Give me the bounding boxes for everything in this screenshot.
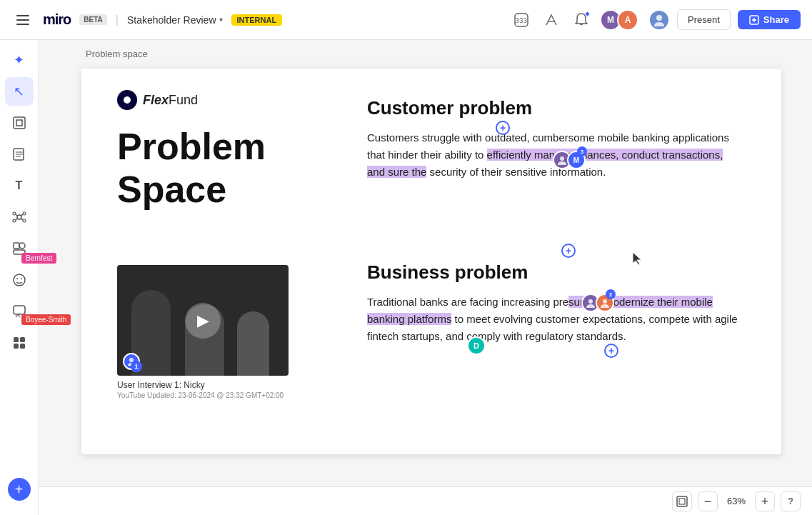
svg-rect-7: [14, 117, 25, 129]
board-name[interactable]: Stakeholder Review ▾: [127, 14, 223, 26]
svg-point-31: [560, 156, 564, 161]
video-card: ▶ 1 User Interview 1: Nicky YouTube Upda…: [117, 265, 289, 399]
sidebar-item-mindmap[interactable]: [5, 203, 34, 231]
svg-line-18: [21, 219, 23, 220]
svg-line-17: [16, 219, 17, 220]
video-badge-count: 1: [131, 361, 142, 372]
svg-rect-26: [14, 337, 19, 342]
svg-line-16: [21, 214, 23, 216]
collaborator-avatar-orange: 2: [596, 294, 614, 312]
collaborator-avatar-blue: M 3: [567, 151, 586, 169]
sidebar-item-sticky[interactable]: [5, 140, 34, 169]
customer-problem-title: Customer problem: [367, 97, 738, 119]
video-thumbnail[interactable]: ▶ 1: [117, 265, 289, 376]
user-tag-bernfest: Bernfest: [21, 253, 56, 264]
business-problem-body: Traditional banks are facing increasing …: [367, 294, 738, 345]
topbar-right: 333 M A Present: [510, 9, 801, 31]
svg-rect-28: [14, 344, 19, 349]
user-tag-boyee-smith: Boyee-Smith: [21, 314, 71, 325]
magic-pen-icon[interactable]: [540, 9, 563, 31]
brand-area: FlexFund: [117, 90, 198, 110]
notification-icon[interactable]: [570, 9, 593, 31]
cursor: [631, 251, 643, 268]
beta-badge: BETA: [79, 14, 106, 25]
share-button[interactable]: Share: [738, 10, 801, 29]
canvas: FlexFund Problem Space Customer problem …: [39, 40, 812, 486]
collab-count-2: 2: [606, 289, 616, 299]
video-collaborator: 1: [123, 353, 140, 370]
svg-point-20: [19, 243, 25, 249]
sidebar-item-apps[interactable]: [5, 329, 34, 357]
breadcrumb: Problem space: [86, 49, 148, 59]
hamburger-menu[interactable]: [11, 9, 34, 31]
sidebar-item-frames[interactable]: [5, 109, 34, 137]
svg-point-10: [17, 215, 21, 219]
brand-name: FlexFund: [143, 93, 198, 108]
svg-rect-35: [679, 499, 685, 504]
collaborator-d: D: [467, 336, 486, 355]
zoom-controls: − 63% + ?: [672, 491, 801, 511]
user-avatar[interactable]: [648, 9, 670, 31]
svg-point-11: [13, 212, 16, 215]
svg-point-12: [23, 212, 26, 215]
video-meta: YouTube Updated: 23-06-2024 @ 23:32 GMT+…: [117, 391, 289, 399]
miro-logo: miro: [43, 11, 71, 28]
collaborator-count: 3: [577, 146, 587, 156]
business-problem-title: Business problem: [367, 261, 738, 284]
bottombar: − 63% + ?: [39, 486, 812, 515]
zoom-in-button[interactable]: +: [755, 491, 775, 511]
problem-heading: Problem Space: [117, 126, 331, 211]
svg-point-33: [603, 299, 607, 304]
divider: |: [116, 14, 119, 26]
chevron-down-icon: ▾: [219, 16, 223, 24]
present-button[interactable]: Present: [677, 9, 731, 30]
svg-point-5: [656, 15, 662, 21]
collaborator-avatars: M A: [600, 9, 638, 31]
svg-rect-34: [677, 496, 687, 506]
svg-text:333: 333: [516, 17, 527, 24]
svg-rect-27: [20, 337, 25, 342]
svg-rect-25: [14, 306, 25, 314]
svg-rect-2: [16, 24, 29, 25]
timer-icon[interactable]: 333: [510, 9, 533, 31]
video-collaborator-avatar: 1: [123, 353, 140, 370]
sidebar: ✦ ↖ T: [0, 40, 39, 515]
fit-screen-button[interactable]: [672, 491, 692, 511]
sidebar-item-text[interactable]: T: [5, 171, 34, 200]
svg-point-13: [13, 219, 16, 222]
plus-cursor-2: +: [561, 244, 576, 258]
svg-point-23: [16, 278, 18, 279]
svg-point-22: [14, 274, 25, 286]
board-card: FlexFund Problem Space Customer problem …: [81, 69, 781, 454]
svg-point-14: [23, 219, 26, 222]
brand-logo-icon: [117, 90, 137, 110]
svg-rect-1: [16, 19, 29, 21]
svg-rect-29: [20, 344, 25, 349]
sidebar-item-emoji[interactable]: [5, 266, 34, 294]
sidebar-add-section: +: [8, 478, 31, 509]
collaborator-group-2: 2: [581, 294, 614, 312]
svg-point-32: [588, 299, 593, 304]
zoom-out-button[interactable]: −: [698, 491, 718, 511]
zoom-level: 63%: [723, 496, 749, 506]
video-title: User Interview 1: Nicky: [117, 380, 289, 390]
avatar-a: A: [617, 9, 638, 31]
plus-cursor-1: +: [496, 121, 510, 135]
svg-rect-8: [16, 120, 22, 126]
svg-rect-0: [16, 15, 29, 16]
add-button[interactable]: +: [8, 478, 31, 501]
collaborator-group-1: M 3: [553, 151, 586, 169]
help-button[interactable]: ?: [781, 491, 801, 511]
svg-point-24: [21, 278, 22, 279]
video-play-button[interactable]: ▶: [185, 303, 221, 339]
svg-rect-19: [14, 243, 19, 249]
sidebar-item-magic[interactable]: ✦: [5, 46, 34, 74]
internal-badge: INTERNAL: [231, 14, 283, 26]
sidebar-item-select[interactable]: ↖: [5, 77, 34, 106]
plus-cursor-3: +: [604, 344, 618, 358]
topbar-left: miro BETA | Stakeholder Review ▾ INTERNA…: [11, 9, 282, 31]
svg-line-15: [16, 214, 17, 216]
business-problem-section: Business problem Traditional banks are f…: [367, 261, 738, 345]
topbar: miro BETA | Stakeholder Review ▾ INTERNA…: [0, 0, 812, 40]
